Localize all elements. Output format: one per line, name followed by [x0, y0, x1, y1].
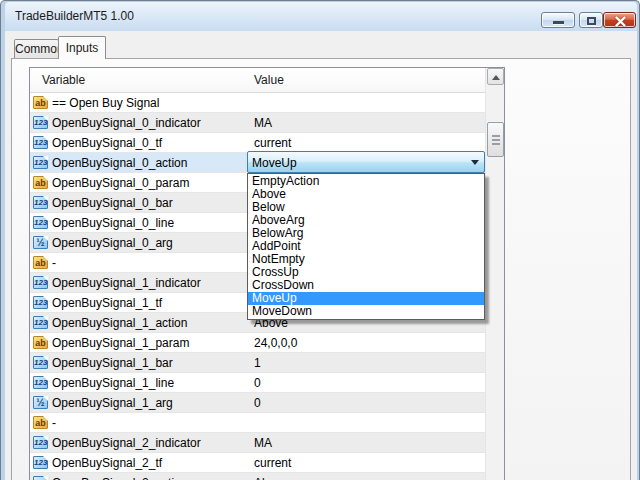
parameter-name: -	[52, 256, 56, 270]
parameter-row[interactable]: 123OpenBuySignal_1_bar1	[30, 353, 485, 373]
parameter-value[interactable]: 24,0,0,0	[254, 336, 297, 350]
scroll-up-icon	[492, 75, 500, 80]
double-param-icon: ½	[33, 396, 48, 409]
parameter-name: OpenBuySignal_0_line	[52, 216, 174, 230]
parameter-name: OpenBuySignal_1_param	[52, 336, 189, 350]
parameter-name: -	[52, 416, 56, 430]
parameter-row[interactable]: 123OpenBuySignal_2_indicatorMA	[30, 433, 485, 453]
integer-param-icon: 123	[33, 276, 48, 289]
parameter-name: OpenBuySignal_0_arg	[52, 236, 173, 250]
parameter-row[interactable]: 123OpenBuySignal_2_actionAbove	[30, 473, 485, 480]
integer-param-icon: 123	[33, 316, 48, 329]
combobox-dropdown-button[interactable]	[466, 152, 484, 172]
parameter-name: OpenBuySignal_1_indicator	[52, 276, 201, 290]
minimize-icon	[553, 21, 564, 24]
action-combobox[interactable]: MoveUp	[247, 151, 485, 173]
parameter-name: OpenBuySignal_2_tf	[52, 456, 162, 470]
close-icon	[614, 16, 627, 30]
parameter-name: OpenBuySignal_0_indicator	[52, 116, 201, 130]
column-header-value: Value	[254, 73, 284, 87]
parameter-row[interactable]: abOpenBuySignal_1_param24,0,0,0	[30, 333, 485, 353]
parameter-name: OpenBuySignal_1_arg	[52, 396, 173, 410]
integer-param-icon: 123	[33, 136, 48, 149]
integer-param-icon: 123	[33, 296, 48, 309]
string-param-icon: ab	[33, 416, 48, 429]
parameter-value[interactable]: MA	[254, 116, 272, 130]
scrollbar-thumb[interactable]	[487, 122, 504, 157]
tab-common[interactable]: Common	[14, 39, 59, 59]
minimize-button[interactable]	[541, 12, 575, 28]
parameter-name: OpenBuySignal_1_action	[52, 316, 187, 330]
string-param-icon: ab	[33, 256, 48, 269]
combobox-value: MoveUp	[252, 156, 297, 170]
scrollbar-grip-icon	[492, 135, 500, 137]
close-button[interactable]	[603, 12, 636, 28]
parameter-value[interactable]: current	[254, 456, 291, 470]
parameter-value[interactable]: current	[254, 136, 291, 150]
integer-param-icon: 123	[33, 476, 48, 480]
parameter-name: OpenBuySignal_0_action	[52, 156, 187, 170]
parameter-value[interactable]: 1	[254, 356, 261, 370]
string-param-icon: ab	[33, 176, 48, 189]
parameter-value[interactable]: 0	[254, 376, 261, 390]
maximize-icon	[587, 17, 596, 25]
grid-header: Variable Value	[30, 68, 485, 93]
parameter-value[interactable]: Above	[254, 476, 288, 480]
window-frame: TradeBuilderMT5 1.00 Common Inputs Varia…	[0, 0, 640, 480]
chevron-down-icon	[471, 160, 479, 165]
integer-param-icon: 123	[33, 116, 48, 129]
parameter-value[interactable]: 0	[254, 396, 261, 410]
parameter-name: OpenBuySignal_0_bar	[52, 196, 173, 210]
integer-param-icon: 123	[33, 456, 48, 469]
titlebar[interactable]: TradeBuilderMT5 1.00	[5, 2, 637, 31]
parameter-name: == Open Buy Signal	[52, 96, 159, 110]
tab-inputs[interactable]: Inputs	[58, 36, 106, 59]
dropdown-item[interactable]: MoveDown	[248, 305, 484, 318]
integer-param-icon: 123	[33, 196, 48, 209]
column-header-variable: Variable	[42, 73, 85, 87]
window-title: TradeBuilderMT5 1.00	[15, 9, 134, 23]
parameter-name: OpenBuySignal_0_param	[52, 176, 189, 190]
string-param-icon: ab	[33, 96, 48, 109]
parameter-row[interactable]: ab-	[30, 413, 485, 433]
integer-param-icon: 123	[33, 436, 48, 449]
action-dropdown-list: EmptyActionAboveBelowAboveArgBelowArgAdd…	[247, 173, 485, 320]
scrollbar-up-button[interactable]	[487, 68, 504, 85]
parameter-value[interactable]: MA	[254, 436, 272, 450]
parameter-name: OpenBuySignal_1_tf	[52, 296, 162, 310]
parameter-name: OpenBuySignal_1_line	[52, 376, 174, 390]
vertical-scrollbar[interactable]	[485, 68, 504, 480]
parameter-row[interactable]: ½OpenBuySignal_1_arg0	[30, 393, 485, 413]
parameter-row[interactable]: 123OpenBuySignal_2_tfcurrent	[30, 453, 485, 473]
parameter-row[interactable]: 123OpenBuySignal_0_tfcurrent	[30, 133, 485, 153]
parameter-row[interactable]: 123OpenBuySignal_1_line0	[30, 373, 485, 393]
parameter-name: OpenBuySignal_2_indicator	[52, 436, 201, 450]
double-param-icon: ½	[33, 236, 48, 249]
parameter-name: OpenBuySignal_1_bar	[52, 356, 173, 370]
parameter-row[interactable]: ab== Open Buy Signal	[30, 93, 485, 113]
string-param-icon: ab	[33, 336, 48, 349]
parameter-name: OpenBuySignal_2_action	[52, 476, 187, 480]
parameter-name: OpenBuySignal_0_tf	[52, 136, 162, 150]
integer-param-icon: 123	[33, 356, 48, 369]
integer-param-icon: 123	[33, 376, 48, 389]
parameter-row[interactable]: 123OpenBuySignal_0_indicatorMA	[30, 113, 485, 133]
integer-param-icon: 123	[33, 156, 48, 169]
maximize-button[interactable]	[579, 12, 603, 28]
integer-param-icon: 123	[33, 216, 48, 229]
